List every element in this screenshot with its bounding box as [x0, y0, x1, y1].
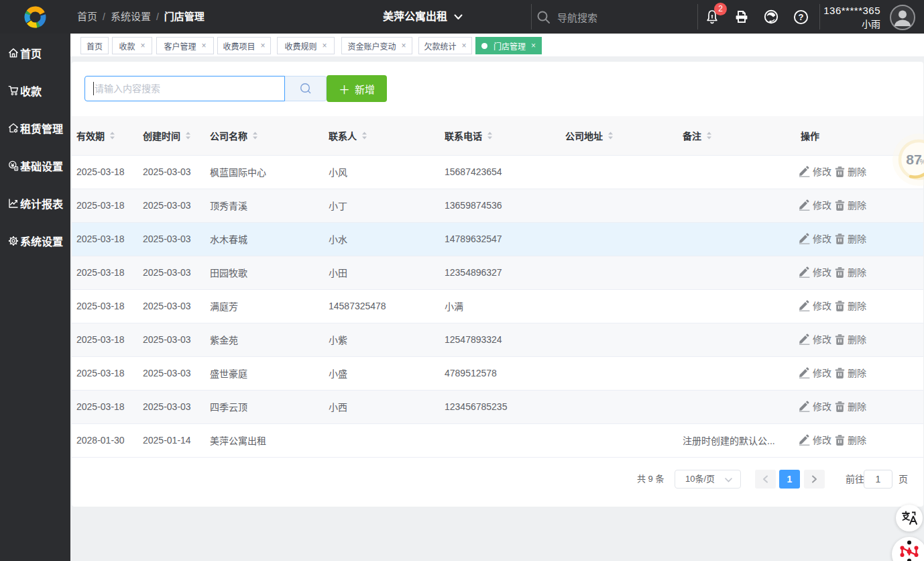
svg-text:?: ?: [799, 12, 804, 22]
